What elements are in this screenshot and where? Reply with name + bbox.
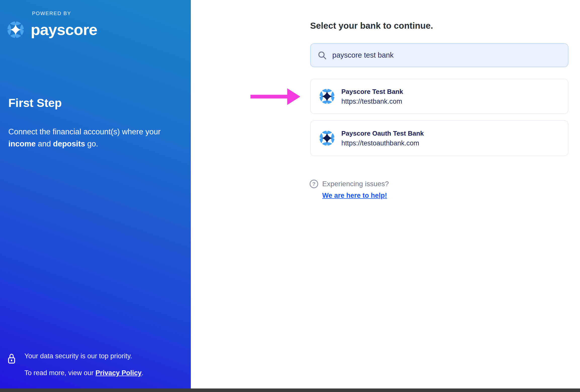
desc-part3: go. bbox=[85, 139, 98, 148]
bank-text: Payscore Oauth Test Bank https://testoau… bbox=[341, 129, 424, 147]
bottom-bar bbox=[0, 388, 580, 392]
bank-search-input[interactable] bbox=[327, 44, 568, 67]
page-title: Select your bank to continue. bbox=[310, 21, 433, 31]
bank-url: https://testoauthbank.com bbox=[341, 139, 424, 147]
security-line2: To read more, view our Privacy Policy. bbox=[24, 369, 165, 377]
help-section: ? Experiencing issues? We are here to he… bbox=[310, 180, 389, 200]
bank-logo-icon bbox=[319, 89, 335, 104]
powered-by-label: POWERED BY bbox=[32, 11, 71, 16]
sidebar: POWERED BY payscore First Step Connect t… bbox=[0, 0, 191, 388]
annotation-arrow-icon bbox=[250, 88, 301, 105]
bank-select-page: POWERED BY payscore First Step Connect t… bbox=[0, 0, 580, 392]
help-icon: ? bbox=[310, 180, 318, 188]
desc-income: income bbox=[8, 139, 36, 148]
security-line1: Your data security is our top priority. bbox=[24, 352, 165, 360]
brand-wordmark: payscore bbox=[31, 21, 97, 38]
desc-part2: and bbox=[36, 139, 53, 148]
bank-name: Payscore Oauth Test Bank bbox=[341, 129, 424, 137]
bank-url: https://testbank.com bbox=[341, 97, 403, 105]
security-line2-suffix: . bbox=[141, 369, 143, 377]
help-icon-glyph: ? bbox=[312, 181, 316, 187]
help-question: Experiencing issues? bbox=[322, 180, 389, 188]
search-icon bbox=[318, 51, 327, 60]
privacy-policy-link[interactable]: Privacy Policy bbox=[95, 369, 141, 377]
main-panel: Select your bank to continue. Payscore T… bbox=[191, 0, 580, 388]
payscore-logo-icon bbox=[7, 21, 24, 38]
lock-icon bbox=[8, 353, 15, 364]
desc-part1: Connect the financial account(s) where y… bbox=[8, 127, 161, 136]
bank-logo-icon bbox=[319, 130, 335, 146]
bank-text: Payscore Test Bank https://testbank.com bbox=[341, 88, 403, 105]
security-note: Your data security is our top priority. … bbox=[8, 352, 165, 377]
bank-search bbox=[310, 43, 568, 67]
bank-name: Payscore Test Bank bbox=[341, 88, 403, 96]
desc-deposits: deposits bbox=[53, 139, 85, 148]
bank-option-payscore-test-bank[interactable]: Payscore Test Bank https://testbank.com bbox=[310, 79, 568, 114]
security-line2-prefix: To read more, view our bbox=[24, 369, 95, 377]
step-description: Connect the financial account(s) where y… bbox=[8, 126, 172, 150]
step-heading: First Step bbox=[8, 96, 62, 110]
bank-option-payscore-oauth-test-bank[interactable]: Payscore Oauth Test Bank https://testoau… bbox=[310, 120, 568, 156]
help-link[interactable]: We are here to help! bbox=[322, 192, 387, 200]
brand: payscore bbox=[7, 21, 97, 38]
